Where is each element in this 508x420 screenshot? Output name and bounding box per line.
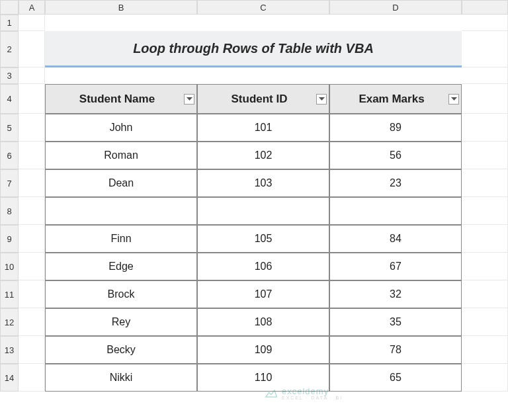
- header-label: Student ID: [232, 93, 288, 106]
- cell[interactable]: [19, 225, 45, 253]
- cell[interactable]: [19, 336, 45, 364]
- cell[interactable]: [197, 15, 329, 31]
- row-header-9[interactable]: 9: [0, 225, 19, 253]
- cell[interactable]: [19, 67, 45, 84]
- table-cell[interactable]: 109: [197, 336, 329, 364]
- cell[interactable]: [19, 15, 45, 31]
- filter-button-id[interactable]: [316, 94, 327, 105]
- col-header-A[interactable]: A: [19, 0, 45, 15]
- cell[interactable]: [19, 364, 45, 392]
- table-cell[interactable]: [45, 197, 197, 225]
- table-cell[interactable]: 23: [329, 169, 462, 197]
- table-cell[interactable]: 107: [197, 280, 329, 308]
- cell[interactable]: [19, 31, 45, 67]
- select-all-corner[interactable]: [0, 0, 19, 15]
- table-cell[interactable]: Roman: [45, 142, 197, 169]
- table-cell[interactable]: 110: [197, 364, 329, 392]
- cell[interactable]: [462, 336, 508, 364]
- cell[interactable]: [462, 84, 508, 114]
- cell[interactable]: [462, 225, 508, 253]
- svg-marker-2: [451, 97, 457, 101]
- cell[interactable]: [462, 142, 508, 169]
- table-cell[interactable]: 35: [329, 308, 462, 336]
- table-cell[interactable]: 101: [197, 114, 329, 142]
- table-cell[interactable]: Rey: [45, 308, 197, 336]
- row-header-12[interactable]: 12: [0, 308, 19, 336]
- cell[interactable]: [462, 15, 508, 31]
- cell[interactable]: [197, 67, 329, 84]
- row-header-1[interactable]: 1: [0, 15, 19, 31]
- table-cell[interactable]: Becky: [45, 336, 197, 364]
- table-cell[interactable]: 108: [197, 308, 329, 336]
- table-cell[interactable]: 78: [329, 336, 462, 364]
- cell[interactable]: [19, 308, 45, 336]
- table-cell[interactable]: [329, 197, 462, 225]
- row-header-8[interactable]: 8: [0, 197, 19, 225]
- row-header-13[interactable]: 13: [0, 336, 19, 364]
- cell[interactable]: [462, 364, 508, 392]
- cell[interactable]: [19, 253, 45, 280]
- spreadsheet-grid: A B C D 1 2 Loop through Rows of Table w…: [0, 0, 508, 392]
- table-cell[interactable]: 105: [197, 225, 329, 253]
- table-cell[interactable]: Brock: [45, 280, 197, 308]
- cell[interactable]: [462, 67, 508, 84]
- col-header-next[interactable]: [462, 0, 508, 15]
- cell[interactable]: [19, 197, 45, 225]
- cell[interactable]: [19, 84, 45, 114]
- col-header-C[interactable]: C: [197, 0, 329, 15]
- col-header-B[interactable]: B: [45, 0, 197, 15]
- svg-marker-0: [187, 97, 192, 101]
- header-label: Student Name: [79, 93, 155, 106]
- cell[interactable]: [462, 197, 508, 225]
- header-label: Exam Marks: [359, 93, 424, 106]
- row-header-2[interactable]: 2: [0, 31, 19, 67]
- table-cell[interactable]: John: [45, 114, 197, 142]
- cell[interactable]: [462, 308, 508, 336]
- cell[interactable]: [329, 15, 462, 31]
- table-cell[interactable]: 84: [329, 225, 462, 253]
- table-cell[interactable]: Dean: [45, 169, 197, 197]
- table-cell[interactable]: Nikki: [45, 364, 197, 392]
- filter-button-name[interactable]: [184, 94, 194, 105]
- table-cell[interactable]: Edge: [45, 253, 197, 280]
- table-cell[interactable]: Finn: [45, 225, 197, 253]
- table-cell[interactable]: 89: [329, 114, 462, 142]
- row-header-14[interactable]: 14: [0, 364, 19, 392]
- table-cell[interactable]: 102: [197, 142, 329, 169]
- table-cell[interactable]: 67: [329, 253, 462, 280]
- col-header-D[interactable]: D: [329, 0, 462, 15]
- table-cell[interactable]: 106: [197, 253, 329, 280]
- cell[interactable]: [462, 280, 508, 308]
- cell[interactable]: [19, 114, 45, 142]
- filter-button-marks[interactable]: [448, 94, 459, 105]
- row-header-3[interactable]: 3: [0, 67, 19, 84]
- chevron-down-icon: [187, 97, 192, 101]
- row-header-7[interactable]: 7: [0, 169, 19, 197]
- row-header-6[interactable]: 6: [0, 142, 19, 169]
- cell[interactable]: [19, 142, 45, 169]
- cell[interactable]: [19, 169, 45, 197]
- cell[interactable]: [462, 169, 508, 197]
- cell[interactable]: [462, 31, 508, 67]
- cell[interactable]: [19, 280, 45, 308]
- table-cell[interactable]: 65: [329, 364, 462, 392]
- table-header-student-name[interactable]: Student Name: [45, 84, 197, 114]
- cell[interactable]: [462, 114, 508, 142]
- row-header-5[interactable]: 5: [0, 114, 19, 142]
- row-header-11[interactable]: 11: [0, 280, 19, 308]
- table-cell[interactable]: [197, 197, 329, 225]
- table-cell[interactable]: 103: [197, 169, 329, 197]
- row-header-10[interactable]: 10: [0, 253, 19, 280]
- cell[interactable]: [45, 15, 197, 31]
- table-header-exam-marks[interactable]: Exam Marks: [329, 84, 462, 114]
- table-header-student-id[interactable]: Student ID: [197, 84, 329, 114]
- chevron-down-icon: [319, 97, 325, 101]
- row-header-4[interactable]: 4: [0, 84, 19, 114]
- svg-marker-1: [319, 97, 325, 101]
- table-cell[interactable]: 32: [329, 280, 462, 308]
- cell[interactable]: [329, 67, 462, 84]
- cell[interactable]: [462, 253, 508, 280]
- title-merged-cell[interactable]: Loop through Rows of Table with VBA: [45, 31, 462, 67]
- cell[interactable]: [45, 67, 197, 84]
- table-cell[interactable]: 56: [329, 142, 462, 169]
